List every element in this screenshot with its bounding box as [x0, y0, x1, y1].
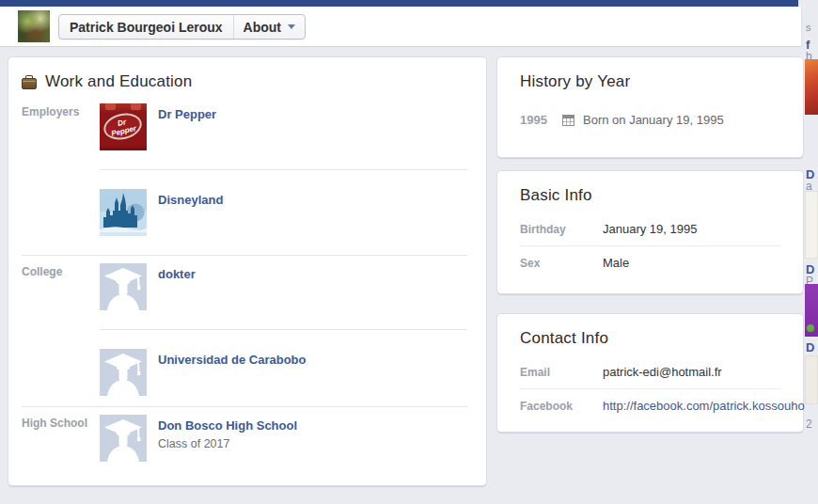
sex-label: Sex — [520, 256, 603, 270]
graduation-cap-icon — [100, 349, 147, 396]
dr-pepper-logo: Dr Pepper — [101, 110, 144, 144]
ad-fragment-link[interactable]: D — [806, 340, 818, 354]
about-dropdown-label: About — [244, 20, 281, 35]
email-row: Email patrick-edi@hotmail.fr — [520, 355, 780, 388]
group-label-college: College — [22, 265, 93, 279]
graduation-cap-icon — [100, 415, 147, 462]
group-high-school: High School Don Bosco High School — [22, 406, 467, 480]
graduation-cap-icon — [100, 263, 147, 310]
contact-info-card: Contact Info Email patrick-edi@hotmail.f… — [496, 313, 804, 433]
graduate-placeholder-thumbnail[interactable] — [100, 263, 147, 310]
work-education-body: Employers Dr Pepper Dr Pepper — [8, 91, 486, 480]
basic-info-card: Basic Info Birthday January 19, 1995 Sex… — [496, 170, 804, 294]
class-year-text: Class of 2017 — [158, 437, 297, 450]
profile-header: Patrick Bourgeoi Leroux About — [0, 7, 802, 47]
work-education-title: Work and Education — [8, 57, 486, 91]
facebook-row: Facebook http://facebook.com/patrick.kos… — [520, 388, 780, 422]
college-row-dokter: dokter — [100, 263, 467, 329]
employer-row-disneyland: Disneyland — [100, 169, 467, 255]
college-link-dokter[interactable]: dokter — [158, 267, 196, 281]
facebook-profile-link[interactable]: http://facebook.com/patrick.kossouho — [603, 399, 805, 413]
about-dropdown-button[interactable]: About — [234, 15, 305, 39]
briefcase-icon — [22, 78, 37, 89]
ad-fragment-text: 2 — [806, 417, 818, 431]
disneyland-castle-image — [100, 189, 147, 236]
college-row-carabobo: Universidad de Carabobo — [100, 329, 467, 406]
history-event-text: Born on January 19, 1995 — [583, 113, 724, 127]
profile-avatar[interactable] — [18, 10, 50, 42]
ad-image-fragment[interactable] — [805, 191, 818, 259]
graduate-placeholder-thumbnail[interactable] — [100, 349, 147, 396]
birthday-row: Birthday January 19, 1995 — [520, 213, 780, 245]
ad-image-fragment[interactable] — [805, 59, 818, 115]
email-label: Email — [520, 365, 603, 379]
email-value: patrick-edi@hotmail.fr — [603, 365, 722, 379]
basic-info-title: Basic Info — [497, 171, 803, 205]
ad-image-fragment[interactable] — [805, 284, 818, 337]
profile-breadcrumb: Patrick Bourgeoi Leroux About — [58, 14, 306, 39]
ad-fragment-text: s — [806, 22, 818, 33]
history-row-1995: 1995 Born on January 19, 1995 — [520, 104, 780, 127]
birthday-label: Birthday — [520, 222, 603, 236]
profile-name-button[interactable]: Patrick Bourgeoi Leroux — [59, 15, 234, 39]
history-year: 1995 — [520, 113, 554, 127]
contact-info-title: Contact Info — [497, 314, 803, 348]
dr-pepper-thumbnail[interactable]: Dr Pepper — [100, 103, 147, 150]
disneyland-thumbnail[interactable] — [100, 189, 147, 236]
work-education-title-text: Work and Education — [45, 72, 192, 91]
top-chrome-bar — [0, 0, 798, 7]
group-employers: Employers Dr Pepper Dr Pepper — [22, 103, 467, 255]
calendar-icon — [562, 115, 574, 126]
history-title: History by Year — [497, 57, 803, 91]
group-label-high-school: High School — [22, 417, 93, 431]
graduate-placeholder-thumbnail[interactable] — [100, 415, 147, 462]
employer-link-disneyland[interactable]: Disneyland — [158, 193, 223, 207]
birthday-value: January 19, 1995 — [603, 222, 697, 236]
high-school-row-don-bosco: Don Bosco High School Class of 2017 — [100, 415, 467, 480]
work-and-education-card: Work and Education Employers Dr Pepper D… — [8, 56, 487, 486]
group-college: College dokter — [22, 255, 467, 406]
college-link-carabobo[interactable]: Universidad de Carabobo — [158, 353, 306, 367]
chevron-down-icon — [288, 24, 295, 29]
ad-image-fragment[interactable] — [805, 355, 818, 404]
employer-row-dr-pepper: Dr Pepper Dr Pepper — [100, 103, 467, 169]
sex-row: Sex Male — [520, 245, 780, 279]
history-by-year-card: History by Year 1995 Born on January 19,… — [496, 56, 804, 158]
high-school-link-don-bosco[interactable]: Don Bosco High School — [158, 418, 297, 433]
group-label-employers: Employers — [22, 105, 93, 119]
sex-value: Male — [603, 256, 629, 270]
employer-link-dr-pepper[interactable]: Dr Pepper — [158, 107, 216, 121]
facebook-label: Facebook — [520, 399, 603, 413]
